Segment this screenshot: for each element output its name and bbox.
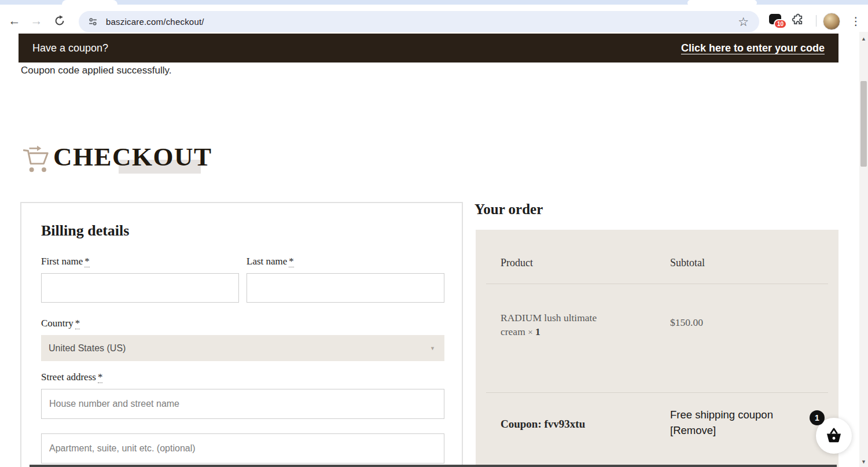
billing-title: Billing details xyxy=(41,222,129,240)
row-divider xyxy=(486,284,828,284)
subtotal-column-header: Subtotal xyxy=(670,257,705,269)
coupon-banner: Have a coupon? Click here to enter your … xyxy=(19,34,838,62)
basket-icon xyxy=(824,426,844,446)
chevron-down-icon: ▼ xyxy=(430,345,435,351)
extensions-puzzle-icon[interactable] xyxy=(792,13,805,29)
extension-button[interactable]: 10 xyxy=(769,14,781,24)
address-bar[interactable]: baszicare.com/checkout/ ☆ xyxy=(79,11,759,32)
order-item-name: RADIUM lush ultimate cream × 1 xyxy=(501,311,613,339)
country-selected-value: United States (US) xyxy=(49,343,126,354)
reload-icon xyxy=(53,14,66,27)
browser-menu-button[interactable]: ⋮ xyxy=(848,13,863,29)
page-heading: CHECKOUT xyxy=(22,142,212,174)
active-tab[interactable] xyxy=(62,0,117,5)
order-title: Your order xyxy=(475,201,543,218)
order-item-price: $150.00 xyxy=(670,317,703,329)
coupon-banner-text: Have a coupon? xyxy=(32,42,108,54)
required-mark: * xyxy=(98,372,103,383)
street-address-label: Street address* xyxy=(41,372,102,383)
url-text: baszicare.com/checkout/ xyxy=(106,17,204,27)
back-button[interactable]: ← xyxy=(6,12,23,30)
required-mark: * xyxy=(84,256,90,267)
browser-toolbar: ← → baszicare.com/checkout/ ☆ 10 xyxy=(0,5,868,32)
quantity-value: 1 xyxy=(535,326,540,337)
page-title: CHECKOUT xyxy=(53,142,212,171)
tab-strip xyxy=(0,0,868,5)
billing-details-panel: Billing details First name* Last name* C… xyxy=(20,202,463,467)
toolbar-divider xyxy=(816,15,816,27)
coupon-description: Free shipping coupon xyxy=(670,409,773,421)
coupon-row-label: Coupon: fvv93xtu xyxy=(501,418,585,431)
scroll-down-arrow[interactable]: ▼ xyxy=(859,457,868,466)
remove-coupon-link[interactable]: [Remove] xyxy=(670,424,716,436)
order-summary-panel: Product Subtotal RADIUM lush ultimate cr… xyxy=(476,230,838,467)
last-name-label: Last name* xyxy=(247,256,294,267)
required-mark: * xyxy=(289,256,294,267)
quantity-times-sign: × xyxy=(528,328,532,337)
cart-count-badge: 1 xyxy=(810,410,825,425)
enter-coupon-code-link[interactable]: Click here to enter your code xyxy=(681,42,825,54)
site-info-icon[interactable] xyxy=(87,17,98,27)
first-name-input[interactable] xyxy=(41,273,239,303)
profile-avatar[interactable] xyxy=(823,13,840,30)
extension-badge: 10 xyxy=(774,19,787,29)
product-column-header: Product xyxy=(501,257,533,269)
cart-icon xyxy=(22,142,51,174)
country-select[interactable]: United States (US) ▼ xyxy=(41,335,444,361)
first-name-label: First name* xyxy=(41,256,90,267)
apartment-input[interactable] xyxy=(41,433,444,464)
next-section-edge xyxy=(30,465,837,467)
scroll-up-arrow[interactable]: ▲ xyxy=(859,34,868,43)
last-name-input[interactable] xyxy=(247,273,444,303)
row-divider xyxy=(486,392,828,393)
country-label: Country* xyxy=(41,318,80,329)
vertical-scrollbar[interactable]: ▲ ▼ xyxy=(859,32,868,467)
street-address-input[interactable] xyxy=(41,389,444,419)
browser-window: ← → baszicare.com/checkout/ ☆ 10 xyxy=(0,0,868,467)
scrollbar-thumb[interactable] xyxy=(860,81,867,167)
forward-button[interactable]: → xyxy=(28,12,45,30)
required-mark: * xyxy=(75,318,80,329)
coupon-row-value: Free shipping coupon [Remove] xyxy=(670,407,773,438)
bookmark-star-icon[interactable]: ☆ xyxy=(738,15,749,29)
coupon-applied-notice: Coupon code applied successfully. xyxy=(21,65,172,76)
reload-button[interactable] xyxy=(51,12,68,30)
